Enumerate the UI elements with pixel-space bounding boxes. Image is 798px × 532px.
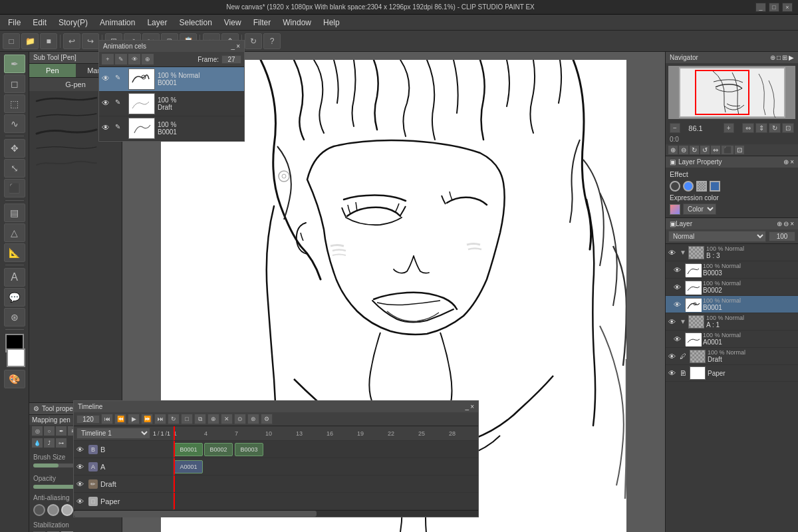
lasso-tool-button[interactable]: ∿ [4,114,25,133]
minimize-button[interactable]: _ [755,3,766,12]
tl-first-frame[interactable]: ⏮ [101,414,113,424]
window-controls[interactable]: _ □ × [755,3,793,12]
nav-icon2[interactable]: □ [777,54,781,61]
eye-b0003-icon[interactable]: 👁 [674,266,683,274]
move-layer-button[interactable]: ✥ [4,139,25,158]
layer-prop-icon1[interactable]: ⊕ [783,158,789,166]
blend-mode-select[interactable]: Normal [668,231,766,242]
cel-eye-icon[interactable]: 👁 [102,74,112,84]
ruler-button[interactable]: 📐 [4,243,25,262]
navigator-thumbnail[interactable] [668,66,795,119]
cel-pencil-draft-icon[interactable]: ✎ [115,98,126,109]
text-tool-button[interactable]: A [4,268,25,287]
tl-last-frame[interactable]: ⏭ [154,414,166,424]
effect-btn-4[interactable] [710,181,720,192]
a-track-frames[interactable]: A0001 [174,458,478,475]
anim-cels-minimize[interactable]: _ [231,43,235,50]
aa-weak[interactable] [47,504,59,516]
opacity-icon[interactable]: ○ [44,426,55,436]
transform-button[interactable]: ⤡ [4,159,25,178]
color-wheel-button[interactable]: 🎨 [4,370,25,388]
tl-copy-cel[interactable]: ⧉ [194,414,206,424]
effect-btn-2[interactable] [683,181,694,192]
tl-prev-frame[interactable]: ⏪ [114,414,126,424]
b0002-cel[interactable]: B0002 [204,443,233,456]
expression-color-select[interactable]: Color [683,203,716,215]
eye-b0001-icon[interactable]: 👁 [674,301,683,309]
cel-row-b0001[interactable]: 👁 ✎ 100 % B0001 [99,116,244,141]
cel-row-draft[interactable]: 👁 ✎ 100 % Draft [99,92,244,116]
tl-settings[interactable]: ⚙ [261,414,273,424]
layer-draft[interactable]: 👁 🖊 100 % Normal Draft [666,348,798,365]
menu-selection[interactable]: Selection [174,17,217,29]
a0001-cel[interactable]: A0001 [174,460,203,473]
cel-eye-draft-icon[interactable]: 👁 [102,98,112,109]
menu-help[interactable]: Help [318,17,345,29]
nav-btn-5[interactable]: ⇔ [711,146,720,154]
redo-button[interactable]: ↪ [82,33,99,49]
pen-tool-button[interactable]: ✒ [4,55,25,73]
tl-track-b[interactable]: 👁 B B [74,441,173,458]
layer-paper[interactable]: 👁 🖹 Paper [666,365,798,382]
start-end-icon[interactable]: ⊶ [56,438,66,448]
correction-icon[interactable]: ⤴ [44,438,55,448]
nav-btn-7[interactable]: ⊡ [735,146,744,154]
nav-btn-1[interactable]: ⊕ [668,146,678,154]
tl-eye-a-icon[interactable]: 👁 [76,463,86,471]
color-swatch[interactable] [670,204,680,215]
eye-draft-icon[interactable]: 👁 [668,352,678,360]
layer-b0002[interactable]: 👁 100 % Normal B0002 [666,279,798,296]
tl-track-paper[interactable]: 👁 □ Paper [74,493,173,510]
menu-file[interactable]: File [3,17,26,29]
total-frames-input[interactable] [76,415,100,424]
save-button[interactable]: ■ [40,33,57,49]
zoom-out-button[interactable]: − [670,123,680,133]
selection-rect-button[interactable]: ⬚ [4,94,25,113]
ink-icon[interactable]: ✒ [56,426,66,436]
undo-button[interactable]: ↩ [63,33,80,49]
cel-row-active[interactable]: 👁 ✎ 100 % Normal B0001 [99,67,244,92]
nav-icon4[interactable]: ▶ [789,54,794,61]
paper-track-frames[interactable] [174,493,478,510]
nav-btn-4[interactable]: ↺ [700,146,710,154]
eye-a0001-icon[interactable]: 👁 [674,335,683,343]
tl-onion-set[interactable]: ⊛ [247,414,259,424]
expand-b3-arrow[interactable]: ▼ [680,249,686,256]
menu-view[interactable]: View [219,17,247,29]
frame-number-input[interactable] [221,55,241,64]
layer-panel-icon3[interactable]: × [790,220,794,227]
timeline-scroll-thumb[interactable] [74,511,317,517]
reset-nav-button[interactable]: ⊡ [782,123,794,133]
layer-prop-icon2[interactable]: × [790,158,794,166]
menu-layer[interactable]: Layer [142,17,172,29]
pen-tab[interactable]: Pen [29,64,76,77]
flip-h-nav-button[interactable]: ⇔ [742,123,754,133]
figure-button[interactable]: △ [4,223,25,242]
tl-next-frame[interactable]: ⏩ [141,414,153,424]
brush-item-school[interactable] [29,155,122,171]
eraser-tool-button[interactable]: ◻ [4,74,25,93]
layer-a0001[interactable]: 👁 100 % Normal A0001 [666,331,798,348]
layer-opacity-input[interactable] [769,231,795,241]
timeline-select[interactable]: Timeline 1 [76,428,150,439]
maximize-button[interactable]: □ [769,3,779,12]
tl-onion-skin[interactable]: ⊙ [234,414,246,424]
tl-eye-paper-tl-icon[interactable]: 👁 [76,497,86,505]
menu-story[interactable]: Story(P) [53,17,93,29]
fill-button[interactable]: ⬛ [4,179,25,198]
tl-track-draft[interactable]: 👁 ✏ Draft [74,475,173,493]
tl-delete-cel[interactable]: ✕ [221,414,233,424]
tl-track-a[interactable]: 👁 A A [74,458,173,475]
tl-ref-cel[interactable]: ⊕ [207,414,219,424]
cel-new-button[interactable]: + [102,54,114,65]
tl-eye-draft-tl-icon[interactable]: 👁 [76,480,86,488]
cel-pencil-icon[interactable]: ✎ [115,74,126,84]
cel-eye-b0001-icon[interactable]: 👁 [102,123,112,134]
menu-animation[interactable]: Animation [94,17,140,29]
layer-group-a1[interactable]: 👁 ▼ 100 % Normal A : 1 [666,313,798,331]
layer-group-b3[interactable]: 👁 ▼ 100 % Normal B : 3 [666,244,798,261]
view-rotate-button[interactable]: ↻ [245,33,262,49]
cel-edit-button[interactable]: ✎ [115,54,127,65]
aa-none[interactable] [33,504,45,516]
tl-eye-b-icon[interactable]: 👁 [76,446,86,454]
